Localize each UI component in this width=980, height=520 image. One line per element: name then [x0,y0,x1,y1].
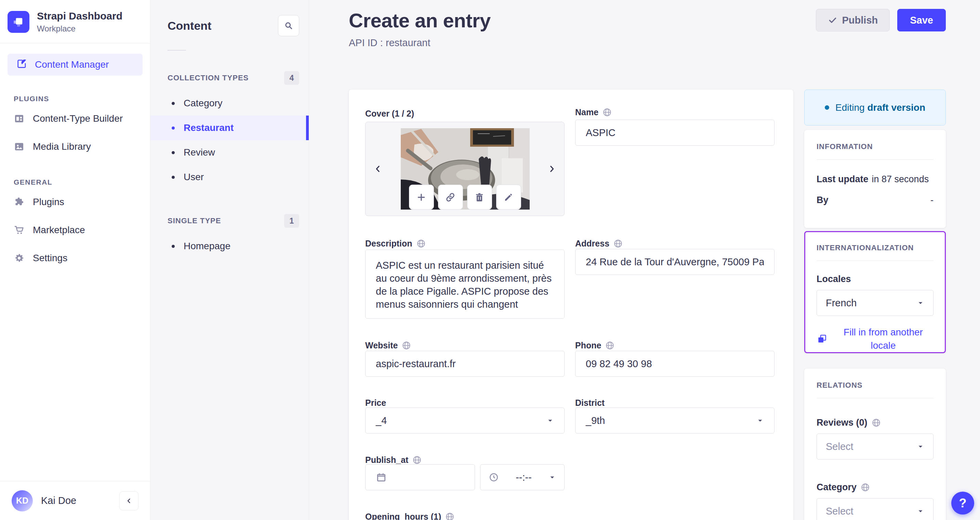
image-icon [14,141,25,152]
website-field[interactable] [365,351,565,377]
add-asset-button[interactable] [409,184,434,210]
reviews-label: Reviews (0) [816,417,934,428]
category-select[interactable]: Select [816,498,934,520]
address-field[interactable] [575,249,775,275]
internationalization-title: INTERNATIONALIZATION [816,243,934,252]
collection-types-list: Category Restaurant Review User [150,91,309,189]
opening-hours-label: Opening_hours (1) [365,512,455,520]
reviews-select[interactable]: Select [816,434,934,460]
chevron-down-icon [549,474,556,481]
user-avatar[interactable]: KD [12,490,33,512]
description-label: Description [365,239,426,248]
content-subnav: Content COLLECTION TYPES 4 Category Rest… [150,0,309,520]
layout-icon [14,113,25,124]
divider [816,159,934,160]
pencil-icon [503,192,514,202]
sidebar-item-user[interactable]: User [150,165,309,189]
publish-at-time-field[interactable]: --:-- [480,464,565,490]
status-badge: Editing draft version [804,89,946,126]
sidebar-item-label: Content Manager [35,59,109,70]
delete-asset-button[interactable] [467,184,492,210]
sidebar-item-label: Settings [33,253,67,264]
sidebar-item-label: Marketplace [33,224,85,235]
sidebar-item-marketplace[interactable]: Marketplace [0,218,150,242]
copy-icon [816,333,827,344]
publish-at-date-field[interactable] [365,464,475,490]
list-item-label: Review [184,147,215,158]
time-placeholder: --:-- [515,472,532,483]
single-type-count: 1 [284,214,299,228]
list-item-label: Restaurant [184,122,234,134]
sidebar-item-media-library[interactable]: Media Library [0,134,150,159]
category-label: Category [816,482,934,493]
bullet-icon [172,151,175,154]
description-field[interactable]: ASPIC est un restaurant parisien situé a… [365,250,565,319]
name-field[interactable] [575,120,775,146]
sidebar-item-review[interactable]: Review [150,140,309,165]
help-button[interactable]: ? [951,491,974,515]
search-icon [284,21,293,30]
divider [816,398,934,398]
divider [167,50,186,51]
trash-icon [474,192,485,202]
chevron-down-icon [917,443,924,450]
strapi-dashboard: Strapi Dashboard Workplace Content Manag… [0,0,980,520]
calendar-icon [376,472,387,483]
copy-link-button[interactable] [438,184,463,210]
page-title: Create an entry [349,9,491,32]
sidebar-item-homepage[interactable]: Homepage [150,234,309,258]
information-card: INFORMATION Last update in 87 seconds By… [804,130,946,228]
check-icon [828,15,837,25]
workspace-switcher[interactable]: Strapi Dashboard Workplace [0,0,150,43]
search-button[interactable] [278,15,299,36]
carousel-previous-button[interactable] [370,161,385,177]
sidebar-item-content-manager[interactable]: Content Manager [8,54,143,76]
sidebar-item-plugins[interactable]: Plugins [0,190,150,215]
globe-icon [605,341,614,350]
carousel-next-button[interactable] [544,161,559,177]
globe-icon [402,341,411,350]
chevron-right-icon [547,164,557,174]
cover-label: Cover (1 / 2) [365,109,414,119]
divider [816,261,934,261]
sidebar-item-label: Content-Type Builder [33,113,123,124]
workspace-title: Strapi Dashboard [37,10,123,22]
gear-icon [14,253,25,264]
nav-section-plugins: PLUGINS [14,95,150,103]
sidebar-item-settings[interactable]: Settings [0,246,150,270]
puzzle-icon [14,197,25,208]
link-icon [445,192,455,202]
globe-icon [613,239,623,248]
sidebar-item-label: Plugins [33,197,64,208]
single-type-label: SINGLE TYPE [167,216,221,225]
subnav-title: Content [167,19,211,32]
collapse-sidebar-button[interactable] [119,491,138,510]
sidebar-item-restaurant[interactable]: Restaurant [150,116,309,140]
publish-at-label: Publish_at [365,455,422,465]
chevron-down-icon [917,299,924,307]
bullet-icon [172,102,175,105]
sidebar-item-content-type-builder[interactable]: Content-Type Builder [0,107,150,131]
edit-asset-button[interactable] [496,184,521,210]
globe-icon [603,108,612,117]
publish-button[interactable]: Publish [816,9,890,32]
list-item-label: Category [184,98,223,109]
cart-icon [14,224,25,235]
price-select[interactable]: _4 [365,407,565,434]
main-sidebar: Strapi Dashboard Workplace Content Manag… [0,0,150,520]
address-label: Address [575,239,623,248]
single-type-list: Homepage [150,234,309,258]
collection-types-count: 4 [284,71,299,85]
phone-field[interactable] [575,351,775,377]
content-manager-icon [16,58,27,72]
locale-select[interactable]: French [816,290,934,316]
name-label: Name [575,107,612,117]
chevron-left-icon [373,164,383,174]
sidebar-item-category[interactable]: Category [150,91,309,116]
save-button[interactable]: Save [897,9,946,32]
globe-icon [445,512,455,520]
sidebar-item-label: Media Library [33,141,91,152]
district-select[interactable]: _9th [575,407,775,434]
entry-side-panel: Editing draft version INFORMATION Last u… [804,89,946,520]
fill-from-locale-link[interactable]: Fill in from another locale [816,326,934,352]
